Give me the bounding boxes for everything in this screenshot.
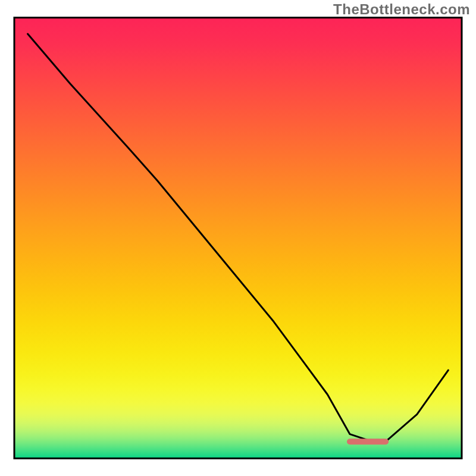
bottleneck-chart [0, 0, 476, 476]
chart-container: TheBottleneck.com [0, 0, 476, 476]
watermark-text: TheBottleneck.com [333, 1, 470, 18]
plot-background [14, 18, 462, 459]
